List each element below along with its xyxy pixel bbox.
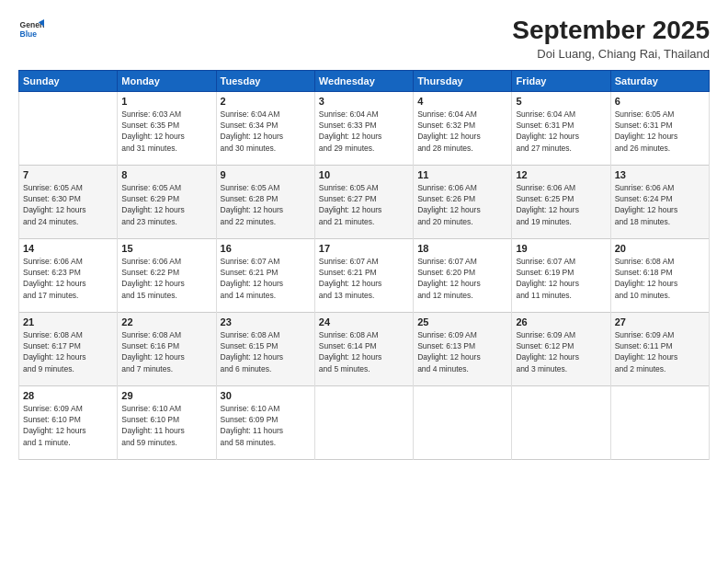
cell-date: 7 — [23, 169, 113, 180]
calendar-cell: 4Sunrise: 6:04 AM Sunset: 6:32 PM Daylig… — [414, 91, 512, 165]
calendar-cell: 5Sunrise: 6:04 AM Sunset: 6:31 PM Daylig… — [512, 91, 610, 165]
month-title: September 2025 — [512, 17, 710, 45]
cell-info: Sunrise: 6:03 AM Sunset: 6:35 PM Dayligh… — [121, 109, 211, 154]
calendar-page: General Blue September 2025 Doi Luang, C… — [0, 0, 728, 563]
cell-info: Sunrise: 6:09 AM Sunset: 6:10 PM Dayligh… — [23, 403, 113, 448]
calendar-cell: 20Sunrise: 6:08 AM Sunset: 6:18 PM Dayli… — [610, 238, 709, 312]
calendar-table: SundayMondayTuesdayWednesdayThursdayFrid… — [18, 70, 710, 460]
cell-date: 23 — [221, 316, 311, 327]
cell-date: 8 — [121, 169, 211, 180]
cell-info: Sunrise: 6:08 AM Sunset: 6:17 PM Dayligh… — [23, 329, 113, 374]
calendar-cell: 15Sunrise: 6:06 AM Sunset: 6:22 PM Dayli… — [118, 238, 216, 312]
cell-info: Sunrise: 6:10 AM Sunset: 6:09 PM Dayligh… — [221, 403, 311, 448]
header: General Blue September 2025 Doi Luang, C… — [18, 17, 710, 61]
calendar-cell: 9Sunrise: 6:05 AM Sunset: 6:28 PM Daylig… — [216, 165, 314, 238]
cell-info: Sunrise: 6:04 AM Sunset: 6:34 PM Dayligh… — [221, 109, 311, 154]
calendar-cell: 17Sunrise: 6:07 AM Sunset: 6:21 PM Dayli… — [314, 238, 413, 312]
cell-date: 17 — [319, 243, 409, 254]
cell-date: 22 — [121, 316, 211, 327]
cell-info: Sunrise: 6:06 AM Sunset: 6:22 PM Dayligh… — [121, 256, 211, 301]
calendar-cell: 2Sunrise: 6:04 AM Sunset: 6:34 PM Daylig… — [216, 91, 314, 165]
calendar-cell: 30Sunrise: 6:10 AM Sunset: 6:09 PM Dayli… — [216, 385, 314, 459]
calendar-cell: 23Sunrise: 6:08 AM Sunset: 6:15 PM Dayli… — [216, 312, 314, 385]
cell-date: 29 — [121, 390, 211, 401]
cell-date: 15 — [121, 243, 211, 254]
cell-date: 9 — [221, 169, 311, 180]
calendar-cell: 13Sunrise: 6:06 AM Sunset: 6:24 PM Dayli… — [610, 165, 709, 238]
calendar-cell: 28Sunrise: 6:09 AM Sunset: 6:10 PM Dayli… — [19, 385, 118, 459]
cell-date: 20 — [615, 243, 705, 254]
day-header-friday: Friday — [512, 70, 610, 91]
cell-info: Sunrise: 6:05 AM Sunset: 6:27 PM Dayligh… — [319, 182, 409, 227]
calendar-cell: 11Sunrise: 6:06 AM Sunset: 6:26 PM Dayli… — [414, 165, 512, 238]
cell-info: Sunrise: 6:05 AM Sunset: 6:28 PM Dayligh… — [221, 182, 311, 227]
cell-info: Sunrise: 6:09 AM Sunset: 6:12 PM Dayligh… — [516, 329, 606, 374]
header-row: SundayMondayTuesdayWednesdayThursdayFrid… — [19, 70, 710, 91]
cell-date: 11 — [417, 169, 507, 180]
cell-info: Sunrise: 6:06 AM Sunset: 6:23 PM Dayligh… — [23, 256, 113, 301]
cell-info: Sunrise: 6:06 AM Sunset: 6:25 PM Dayligh… — [516, 182, 606, 227]
calendar-cell: 1Sunrise: 6:03 AM Sunset: 6:35 PM Daylig… — [118, 91, 216, 165]
calendar-cell: 29Sunrise: 6:10 AM Sunset: 6:10 PM Dayli… — [118, 385, 216, 459]
cell-date: 13 — [615, 169, 705, 180]
cell-info: Sunrise: 6:04 AM Sunset: 6:33 PM Dayligh… — [319, 109, 409, 154]
cell-date: 30 — [221, 390, 311, 401]
cell-date: 25 — [417, 316, 507, 327]
week-row-5: 28Sunrise: 6:09 AM Sunset: 6:10 PM Dayli… — [19, 385, 710, 459]
cell-info: Sunrise: 6:08 AM Sunset: 6:14 PM Dayligh… — [319, 329, 409, 374]
cell-date: 1 — [121, 96, 211, 107]
location: Doi Luang, Chiang Rai, Thailand — [512, 47, 710, 61]
cell-info: Sunrise: 6:08 AM Sunset: 6:15 PM Dayligh… — [221, 329, 311, 374]
week-row-2: 7Sunrise: 6:05 AM Sunset: 6:30 PM Daylig… — [19, 165, 710, 238]
cell-date: 10 — [319, 169, 409, 180]
calendar-cell — [19, 91, 118, 165]
cell-info: Sunrise: 6:06 AM Sunset: 6:24 PM Dayligh… — [615, 182, 705, 227]
cell-info: Sunrise: 6:08 AM Sunset: 6:18 PM Dayligh… — [615, 256, 705, 301]
week-row-3: 14Sunrise: 6:06 AM Sunset: 6:23 PM Dayli… — [19, 238, 710, 312]
cell-date: 27 — [615, 316, 705, 327]
calendar-cell: 16Sunrise: 6:07 AM Sunset: 6:21 PM Dayli… — [216, 238, 314, 312]
cell-info: Sunrise: 6:06 AM Sunset: 6:26 PM Dayligh… — [417, 182, 507, 227]
cell-date: 12 — [516, 169, 606, 180]
calendar-cell — [414, 385, 512, 459]
calendar-cell: 25Sunrise: 6:09 AM Sunset: 6:13 PM Dayli… — [414, 312, 512, 385]
calendar-cell: 12Sunrise: 6:06 AM Sunset: 6:25 PM Dayli… — [512, 165, 610, 238]
calendar-cell: 21Sunrise: 6:08 AM Sunset: 6:17 PM Dayli… — [19, 312, 118, 385]
cell-date: 2 — [221, 96, 311, 107]
calendar-cell: 8Sunrise: 6:05 AM Sunset: 6:29 PM Daylig… — [118, 165, 216, 238]
calendar-cell: 3Sunrise: 6:04 AM Sunset: 6:33 PM Daylig… — [314, 91, 413, 165]
cell-info: Sunrise: 6:09 AM Sunset: 6:11 PM Dayligh… — [615, 329, 705, 374]
cell-info: Sunrise: 6:07 AM Sunset: 6:21 PM Dayligh… — [221, 256, 311, 301]
cell-info: Sunrise: 6:08 AM Sunset: 6:16 PM Dayligh… — [121, 329, 211, 374]
calendar-cell: 7Sunrise: 6:05 AM Sunset: 6:30 PM Daylig… — [19, 165, 118, 238]
week-row-4: 21Sunrise: 6:08 AM Sunset: 6:17 PM Dayli… — [19, 312, 710, 385]
cell-info: Sunrise: 6:05 AM Sunset: 6:31 PM Dayligh… — [615, 109, 705, 154]
cell-date: 18 — [417, 243, 507, 254]
calendar-cell: 6Sunrise: 6:05 AM Sunset: 6:31 PM Daylig… — [610, 91, 709, 165]
calendar-cell: 10Sunrise: 6:05 AM Sunset: 6:27 PM Dayli… — [314, 165, 413, 238]
cell-info: Sunrise: 6:10 AM Sunset: 6:10 PM Dayligh… — [121, 403, 211, 448]
cell-info: Sunrise: 6:07 AM Sunset: 6:19 PM Dayligh… — [516, 256, 606, 301]
calendar-cell: 26Sunrise: 6:09 AM Sunset: 6:12 PM Dayli… — [512, 312, 610, 385]
week-row-1: 1Sunrise: 6:03 AM Sunset: 6:35 PM Daylig… — [19, 91, 710, 165]
cell-date: 24 — [319, 316, 409, 327]
cell-info: Sunrise: 6:04 AM Sunset: 6:32 PM Dayligh… — [417, 109, 507, 154]
day-header-sunday: Sunday — [19, 70, 118, 91]
logo: General Blue — [18, 17, 44, 42]
day-header-saturday: Saturday — [610, 70, 709, 91]
cell-date: 21 — [23, 316, 113, 327]
title-block: September 2025 Doi Luang, Chiang Rai, Th… — [512, 17, 710, 61]
cell-date: 26 — [516, 316, 606, 327]
day-header-tuesday: Tuesday — [216, 70, 314, 91]
logo-icon: General Blue — [18, 17, 44, 42]
day-header-monday: Monday — [118, 70, 216, 91]
cell-date: 5 — [516, 96, 606, 107]
calendar-cell: 27Sunrise: 6:09 AM Sunset: 6:11 PM Dayli… — [610, 312, 709, 385]
calendar-cell — [512, 385, 610, 459]
svg-text:Blue: Blue — [20, 29, 38, 39]
cell-date: 14 — [23, 243, 113, 254]
cell-info: Sunrise: 6:04 AM Sunset: 6:31 PM Dayligh… — [516, 109, 606, 154]
calendar-cell: 18Sunrise: 6:07 AM Sunset: 6:20 PM Dayli… — [414, 238, 512, 312]
cell-info: Sunrise: 6:07 AM Sunset: 6:20 PM Dayligh… — [417, 256, 507, 301]
cell-date: 28 — [23, 390, 113, 401]
